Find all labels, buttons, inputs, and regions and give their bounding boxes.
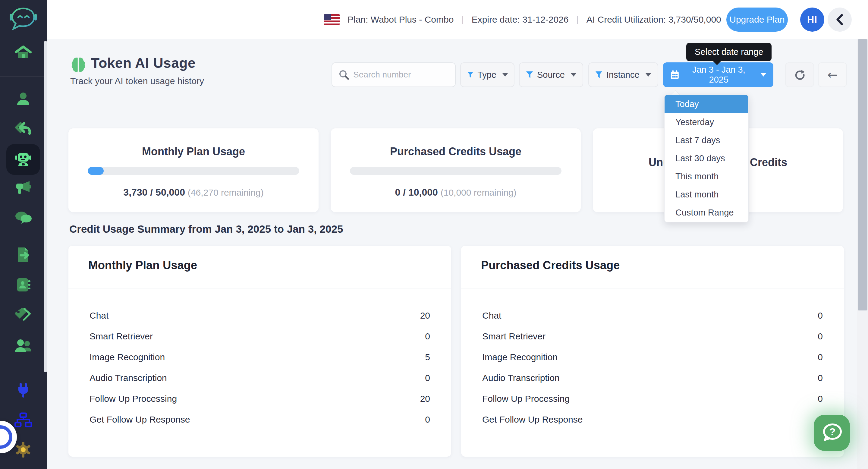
sidebar-scrollbar[interactable]	[44, 41, 47, 372]
collapse-topbar-button[interactable]	[828, 7, 852, 32]
sidebar-item-export[interactable]	[15, 246, 32, 264]
sidebar-item-broadcast[interactable]	[14, 180, 32, 198]
table-row: Chat20	[68, 307, 451, 324]
tooltip-text: Select date range	[695, 47, 763, 57]
progress-bar	[88, 167, 299, 175]
row-label: Get Follow Up Response	[90, 414, 190, 425]
row-value: 0	[425, 331, 430, 342]
page-title: Token AI Usage	[91, 55, 195, 71]
usage-value: 3,730 / 50,000	[123, 187, 185, 198]
sidebar-item-home[interactable]	[15, 44, 32, 62]
row-value: 20	[420, 394, 430, 404]
menu-item-yesterday[interactable]: Yesterday	[664, 113, 748, 131]
date-range-label: Jan 3 - Jan 3, 2025	[684, 65, 753, 85]
remaining-value: (10,000 remaining)	[441, 187, 517, 197]
filter-icon	[526, 70, 533, 79]
table-row: Image Recognition0	[461, 349, 844, 366]
sidebar-item-integrations[interactable]	[15, 382, 32, 400]
calendar-icon	[670, 70, 679, 80]
tooltip-caret	[713, 61, 721, 65]
sidebar-item-team[interactable]	[14, 338, 33, 356]
card-title: Purchased Credits Usage	[331, 128, 581, 158]
search-box	[332, 62, 456, 87]
chevron-down-icon	[761, 73, 766, 76]
menu-item-last-30-days[interactable]: Last 30 days	[664, 149, 748, 167]
upgrade-plan-button[interactable]: Upgrade Plan	[726, 7, 788, 32]
row-value: 0	[818, 394, 823, 404]
table-row: Follow Up Processing20	[68, 390, 451, 407]
search-icon	[339, 70, 349, 80]
date-range-menu: Today Yesterday Last 7 days Last 30 days…	[664, 95, 749, 222]
type-filter-label: Type	[477, 70, 496, 80]
row-label: Smart Retriever	[482, 331, 546, 342]
filter-icon	[595, 70, 603, 79]
sidebar-item-address-book[interactable]	[15, 276, 32, 294]
arrow-left-icon: ←	[827, 68, 838, 82]
sidebar-item-contacts[interactable]	[15, 91, 32, 109]
help-bubble-icon: ?	[819, 421, 844, 445]
row-label: Chat	[482, 310, 501, 321]
svg-text:?: ?	[830, 426, 836, 437]
sidebar-item-ai-bot[interactable]	[14, 151, 32, 169]
topbar: Plan: Wabot Plus - Combo | Expire date: …	[47, 0, 868, 39]
source-filter-button[interactable]: Source	[519, 62, 583, 87]
row-value: 0	[818, 373, 823, 383]
sidebar-item-tags[interactable]	[14, 306, 32, 324]
sidebar-item-settings[interactable]	[15, 441, 32, 459]
date-range-tooltip: Select date range	[686, 43, 772, 61]
user-avatar[interactable]: HI	[800, 7, 824, 32]
row-label: Follow Up Processing	[90, 394, 177, 404]
app-logo-icon[interactable]	[5, 5, 41, 36]
instance-filter-label: Instance	[607, 70, 640, 80]
row-value: 20	[420, 310, 430, 321]
token-ai-usage-page: Plan: Wabot Plus - Combo | Expire date: …	[0, 0, 868, 469]
separator: |	[461, 15, 464, 24]
search-input[interactable]	[353, 70, 444, 80]
row-label: Audio Transcription	[482, 373, 560, 383]
menu-item-this-month[interactable]: This month	[664, 167, 748, 185]
sidebar-item-flows[interactable]	[14, 412, 32, 430]
us-flag-icon	[324, 14, 340, 25]
row-label: Get Follow Up Response	[482, 414, 583, 425]
row-value: 0	[425, 373, 430, 383]
usage-numbers: 0 / 10,000 (10,000 remaining)	[331, 187, 581, 198]
row-value: 0	[818, 310, 823, 321]
sidebar-item-chats[interactable]	[14, 210, 32, 228]
sidebar-divider	[0, 76, 47, 76]
chevron-down-icon	[646, 73, 651, 76]
sidebar-item-replies[interactable]	[14, 120, 32, 138]
table-row: Smart Retriever0	[68, 328, 451, 345]
menu-item-last-month[interactable]: Last month	[664, 185, 748, 204]
plan-label: Plan: Wabot Plus - Combo	[347, 14, 454, 25]
page-scrollbar-thumb[interactable]	[858, 39, 867, 310]
date-range-button[interactable]: Jan 3 - Jan 3, 2025	[663, 62, 773, 87]
purchased-credits-usage-table: Purchased Credits Usage Chat0 Smart Retr…	[461, 246, 844, 457]
table-divider	[68, 288, 451, 288]
brain-icon	[70, 56, 87, 75]
plan-info-bar: Plan: Wabot Plus - Combo | Expire date: …	[324, 0, 721, 39]
row-value: 5	[425, 352, 430, 362]
menu-item-today[interactable]: Today	[664, 95, 748, 113]
table-row: Get Follow Up Response0	[68, 411, 451, 428]
back-button[interactable]: ←	[818, 62, 847, 87]
row-value: 0	[818, 352, 823, 362]
menu-item-custom-range[interactable]: Custom Range	[664, 204, 748, 222]
refresh-icon	[794, 69, 806, 81]
monthly-plan-usage-card: Monthly Plan Usage 3,730 / 50,000 (46,27…	[68, 128, 318, 212]
refresh-button[interactable]	[785, 62, 814, 87]
credit-utilization-label: AI Credit Utilization: 3,730/50,000	[587, 14, 721, 25]
type-filter-button[interactable]: Type	[460, 62, 515, 87]
card-title: Monthly Plan Usage	[68, 128, 318, 158]
row-label: Follow Up Processing	[482, 394, 569, 404]
monthly-plan-usage-table: Monthly Plan Usage Chat20 Smart Retrieve…	[68, 246, 451, 457]
sidebar	[0, 0, 47, 469]
help-chat-widget[interactable]: ?	[814, 415, 850, 451]
expire-date-label: Expire date: 31-12-2026	[472, 14, 569, 25]
row-value: 0	[425, 414, 430, 425]
filter-icon	[467, 70, 474, 79]
menu-item-last-7-days[interactable]: Last 7 days	[664, 131, 748, 149]
table-row: Follow Up Processing0	[461, 390, 844, 407]
instance-filter-button[interactable]: Instance	[588, 62, 658, 87]
table-divider	[461, 288, 844, 288]
row-label: Image Recognition	[482, 352, 558, 362]
